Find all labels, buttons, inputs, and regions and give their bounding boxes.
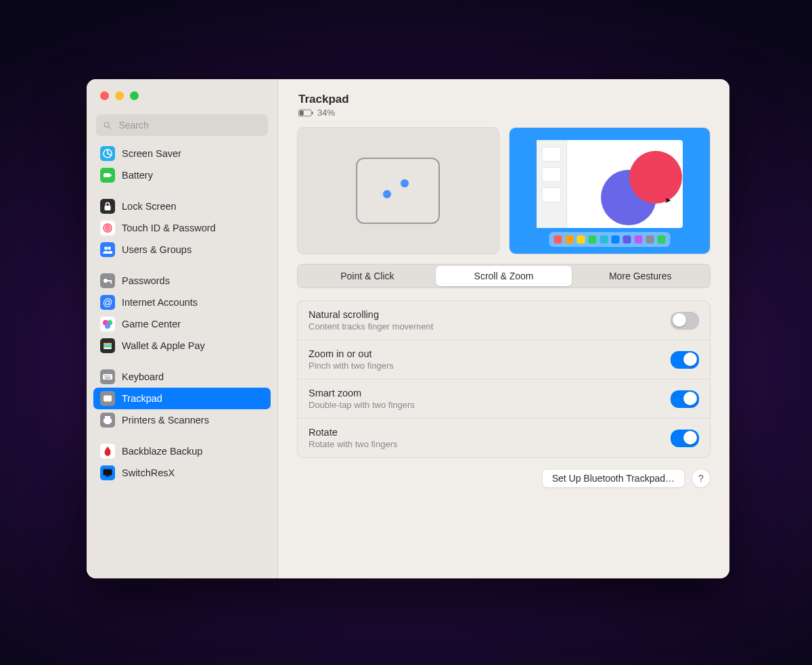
sidebar-item-game-center[interactable]: Game Center bbox=[93, 313, 271, 335]
svg-rect-9 bbox=[100, 221, 115, 235]
sidebar-item-trackpad[interactable]: Trackpad bbox=[93, 388, 271, 409]
tab-scroll-zoom[interactable]: Scroll & Zoom bbox=[436, 266, 572, 286]
option-title: Smart zoom bbox=[309, 388, 415, 398]
at-icon: @ bbox=[100, 295, 115, 310]
search-input[interactable] bbox=[117, 119, 261, 131]
svg-rect-13 bbox=[100, 242, 115, 257]
dock-app-icon bbox=[657, 235, 665, 244]
trackpad-outline-icon bbox=[356, 158, 440, 224]
maximize-window-button[interactable] bbox=[130, 91, 139, 100]
tab-point-click[interactable]: Point & Click bbox=[299, 266, 436, 286]
dock-app-icon bbox=[634, 235, 642, 244]
svg-rect-6 bbox=[111, 175, 112, 177]
svg-rect-33 bbox=[103, 374, 112, 380]
page-title: Trackpad bbox=[298, 93, 710, 106]
sidebar-item-label: Lock Screen bbox=[122, 201, 177, 212]
panel-header: Trackpad 34% bbox=[297, 93, 710, 118]
sidebar-item-passwords[interactable]: Passwords bbox=[93, 270, 271, 292]
sidebar-item-internet-accounts[interactable]: @Internet Accounts bbox=[93, 292, 271, 313]
sidebar-item-backblaze-backup[interactable]: Backblaze Backup bbox=[93, 440, 271, 462]
dock-app-icon bbox=[577, 235, 585, 244]
sidebar-item-label: Keyboard bbox=[122, 371, 164, 382]
svg-point-26 bbox=[106, 322, 110, 326]
window-controls bbox=[87, 79, 277, 105]
lock-icon bbox=[100, 199, 115, 214]
svg-rect-18 bbox=[107, 280, 112, 281]
users-icon bbox=[100, 242, 115, 257]
svg-rect-8 bbox=[105, 206, 111, 210]
sidebar-list: Screen SaverBatteryLock ScreenTouch ID &… bbox=[87, 143, 277, 578]
wallet-icon bbox=[100, 338, 115, 353]
option-toggle[interactable] bbox=[671, 312, 699, 329]
panel-footer: Set Up Bluetooth Trackpad… ? bbox=[297, 469, 710, 488]
battery-status: 34% bbox=[298, 108, 710, 118]
sidebar-item-printers-scanners[interactable]: Printers & Scanners bbox=[93, 409, 271, 431]
trackpad-icon bbox=[100, 391, 115, 406]
tab-more-gestures[interactable]: More Gestures bbox=[572, 266, 708, 286]
sidebar-item-lock-screen[interactable]: Lock Screen bbox=[93, 196, 271, 217]
keyboard-icon bbox=[100, 369, 115, 384]
svg-rect-31 bbox=[104, 346, 112, 347]
minimize-window-button[interactable] bbox=[115, 91, 124, 100]
gesture-previews: ➤ bbox=[297, 127, 710, 254]
search-icon bbox=[103, 120, 112, 131]
svg-rect-50 bbox=[312, 111, 313, 114]
sidebar-item-label: Touch ID & Password bbox=[122, 223, 216, 233]
setup-bluetooth-trackpad-button[interactable]: Set Up Bluetooth Trackpad… bbox=[542, 469, 685, 488]
svg-rect-35 bbox=[106, 375, 108, 377]
option-row-zoom-in-or-out: Zoom in or outPinch with two fingers bbox=[298, 340, 710, 380]
option-toggle[interactable] bbox=[671, 351, 699, 369]
svg-rect-5 bbox=[104, 173, 110, 177]
battery-icon bbox=[100, 168, 115, 183]
key-icon bbox=[100, 273, 115, 288]
option-subtitle: Pinch with two fingers bbox=[309, 361, 394, 371]
svg-point-0 bbox=[104, 122, 109, 127]
sidebar-item-battery[interactable]: Battery bbox=[93, 164, 271, 186]
svg-point-15 bbox=[108, 247, 111, 250]
option-toggle[interactable] bbox=[671, 430, 699, 447]
svg-rect-43 bbox=[105, 416, 110, 419]
dock-app-icon bbox=[554, 235, 562, 244]
desktop-result-preview: ➤ bbox=[509, 127, 711, 254]
sidebar-item-users-groups[interactable]: Users & Groups bbox=[93, 239, 271, 260]
sidebar-item-label: SwitchResX bbox=[122, 467, 175, 478]
sidebar-item-label: Wallet & Apple Pay bbox=[122, 340, 205, 351]
tab-segmented-control[interactable]: Point & ClickScroll & ZoomMore Gestures bbox=[297, 264, 710, 288]
option-row-rotate: RotateRotate with two fingers bbox=[298, 419, 710, 457]
svg-rect-51 bbox=[300, 110, 304, 115]
search-field[interactable] bbox=[96, 114, 268, 136]
preview-app-window: ➤ bbox=[537, 140, 683, 228]
svg-rect-19 bbox=[110, 281, 112, 283]
sidebar-item-label: Internet Accounts bbox=[122, 297, 198, 308]
close-window-button[interactable] bbox=[100, 91, 109, 100]
dock-app-icon bbox=[646, 235, 654, 244]
sidebar-item-touch-id-password[interactable]: Touch ID & Password bbox=[93, 217, 271, 239]
sidebar-item-label: Users & Groups bbox=[122, 244, 191, 255]
touch-id-icon bbox=[100, 221, 115, 235]
preview-dock bbox=[549, 232, 670, 247]
screensaver-icon bbox=[100, 146, 115, 161]
cursor-icon: ➤ bbox=[664, 196, 671, 205]
game-center-icon bbox=[100, 317, 115, 331]
sidebar-item-screen-saver[interactable]: Screen Saver bbox=[93, 143, 271, 164]
dock-app-icon bbox=[600, 235, 608, 244]
battery-percent: 34% bbox=[317, 108, 335, 118]
options-list: Natural scrollingContent tracks finger m… bbox=[297, 300, 710, 458]
option-title: Rotate bbox=[309, 427, 398, 438]
sidebar-item-label: Trackpad bbox=[122, 393, 162, 404]
sidebar-item-keyboard[interactable]: Keyboard bbox=[93, 366, 271, 388]
help-button[interactable]: ? bbox=[692, 469, 710, 488]
svg-rect-34 bbox=[104, 375, 106, 377]
sidebar-item-label: Battery bbox=[122, 170, 153, 181]
option-subtitle: Rotate with two fingers bbox=[309, 439, 398, 449]
dock-app-icon bbox=[623, 235, 631, 244]
option-title: Zoom in or out bbox=[309, 348, 394, 359]
main-panel: Trackpad 34% bbox=[278, 79, 729, 578]
sidebar-item-wallet-apple-pay[interactable]: Wallet & Apple Pay bbox=[93, 335, 271, 357]
svg-rect-30 bbox=[104, 344, 112, 346]
switchres-icon bbox=[100, 465, 115, 480]
sidebar-item-switchresx[interactable]: SwitchResX bbox=[93, 462, 271, 484]
option-toggle[interactable] bbox=[671, 390, 699, 408]
printer-icon bbox=[100, 413, 115, 428]
option-title: Natural scrolling bbox=[309, 309, 433, 320]
